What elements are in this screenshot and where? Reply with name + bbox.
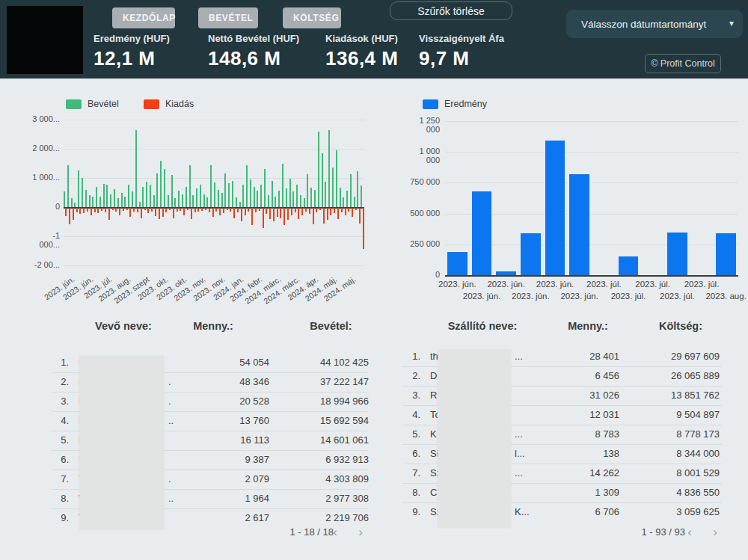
bevetel-bar[interactable] <box>114 189 115 207</box>
bevetel-bar[interactable] <box>153 195 155 207</box>
kiadas-bar[interactable] <box>173 208 174 218</box>
bevetel-bar[interactable] <box>254 187 255 207</box>
kiadas-bar[interactable] <box>187 208 188 210</box>
bevetel-bar[interactable] <box>272 181 273 207</box>
kiadas-bar[interactable] <box>159 208 160 219</box>
kiadas-bar[interactable] <box>223 208 224 213</box>
kiadas-bar[interactable] <box>241 208 242 221</box>
bevetel-bar[interactable] <box>278 191 280 207</box>
kiadas-bar[interactable] <box>334 208 335 213</box>
bevetel-bar[interactable] <box>224 173 226 207</box>
kiadas-bar[interactable] <box>197 208 199 212</box>
bevetel-bar[interactable] <box>236 197 237 207</box>
kiadas-bar[interactable] <box>177 208 178 212</box>
kiadas-bar[interactable] <box>194 208 196 212</box>
bevetel-bar[interactable] <box>117 198 119 207</box>
bevetel-bar[interactable] <box>200 185 201 207</box>
kiadas-bar[interactable] <box>212 208 214 217</box>
bevetel-bar[interactable] <box>92 197 94 207</box>
bevetel-bar[interactable] <box>103 184 105 207</box>
bevetel-bar[interactable] <box>178 191 180 207</box>
chevron-left-icon[interactable]: ‹ <box>328 525 343 540</box>
kiadas-bar[interactable] <box>230 208 231 212</box>
nav-button-koltseg[interactable]: KÖLTSÉG <box>283 7 341 28</box>
kiadas-bar[interactable] <box>337 208 339 219</box>
kiadas-bar[interactable] <box>269 208 271 219</box>
kiadas-bar[interactable] <box>327 208 328 220</box>
bevetel-bar[interactable] <box>146 182 147 207</box>
bevetel-bar[interactable] <box>71 198 73 207</box>
nav-button-kezdolap[interactable]: KEZDŐLAP <box>112 7 175 28</box>
bevetel-bar[interactable] <box>164 169 165 208</box>
bevetel-bar[interactable] <box>354 197 355 207</box>
kiadas-bar[interactable] <box>319 208 321 210</box>
kiadas-bar[interactable] <box>341 208 343 212</box>
bevetel-bar[interactable] <box>239 202 241 207</box>
kiadas-bar[interactable] <box>309 208 310 214</box>
kiadas-bar[interactable] <box>123 208 124 211</box>
kiadas-bar[interactable] <box>137 208 138 212</box>
bevetel-bar[interactable] <box>67 165 69 208</box>
kiadas-bar[interactable] <box>201 208 203 211</box>
bevetel-bar[interactable] <box>160 161 162 207</box>
bevetel-bar[interactable] <box>196 188 197 207</box>
bevetel-bar[interactable] <box>242 185 244 207</box>
bevetel-bar[interactable] <box>142 187 144 207</box>
bevetel-bar[interactable] <box>218 190 219 207</box>
bevetel-bar[interactable] <box>174 198 176 207</box>
kiadas-bar[interactable] <box>180 208 181 211</box>
kiadas-bar[interactable] <box>73 208 74 220</box>
chevron-right-icon[interactable]: › <box>353 525 368 540</box>
eredmeny-bar[interactable] <box>472 191 492 275</box>
bevetel-bar[interactable] <box>139 202 141 207</box>
bevetel-bar[interactable] <box>250 179 251 207</box>
bevetel-bar[interactable] <box>296 185 298 207</box>
kiadas-bar[interactable] <box>126 208 128 210</box>
kiadas-bar[interactable] <box>245 208 246 215</box>
eredmeny-bar[interactable] <box>545 141 565 275</box>
kiadas-bar[interactable] <box>133 208 135 212</box>
bevetel-bar[interactable] <box>99 197 101 207</box>
kiadas-bar[interactable] <box>237 208 239 212</box>
bevetel-bar[interactable] <box>310 188 312 207</box>
kiadas-bar[interactable] <box>266 208 267 214</box>
kiadas-bar[interactable] <box>141 208 142 218</box>
kiadas-bar[interactable] <box>248 208 249 212</box>
kiadas-bar[interactable] <box>94 208 96 212</box>
bevetel-bar[interactable] <box>64 191 65 207</box>
eredmeny-bar[interactable] <box>716 233 736 275</box>
legend-kiadas[interactable]: Kiadás <box>144 99 194 109</box>
kiadas-bar[interactable] <box>65 208 67 216</box>
kiadas-bar[interactable] <box>79 208 81 214</box>
bevetel-bar[interactable] <box>264 169 266 207</box>
bevetel-bar[interactable] <box>282 164 283 207</box>
bevetel-bar[interactable] <box>106 185 108 207</box>
kiadas-bar[interactable] <box>255 208 257 212</box>
eredmeny-bar[interactable] <box>521 233 541 275</box>
bevetel-bar[interactable] <box>182 194 183 207</box>
kiadas-bar[interactable] <box>263 208 264 228</box>
bevetel-bar[interactable] <box>206 197 208 207</box>
kiadas-bar[interactable] <box>101 208 102 211</box>
kiadas-bar[interactable] <box>112 208 114 210</box>
kiadas-bar[interactable] <box>363 208 364 249</box>
kiadas-bar[interactable] <box>205 208 206 210</box>
bevetel-bar[interactable] <box>314 190 316 207</box>
kiadas-bar[interactable] <box>345 208 346 215</box>
bevetel-bar[interactable] <box>150 185 151 207</box>
kiadas-bar[interactable] <box>352 208 353 217</box>
bevetel-bar[interactable] <box>171 175 173 207</box>
bevetel-bar[interactable] <box>336 150 337 207</box>
bevetel-bar[interactable] <box>260 185 262 207</box>
bevetel-bar[interactable] <box>328 130 330 207</box>
kiadas-bar[interactable] <box>162 208 164 217</box>
eredmeny-bar[interactable] <box>447 252 468 275</box>
bevetel-bar[interactable] <box>357 171 358 207</box>
kiadas-bar[interactable] <box>165 208 167 212</box>
bevetel-bar[interactable] <box>232 181 233 207</box>
kiadas-bar[interactable] <box>155 208 156 216</box>
bevetel-bar[interactable] <box>304 198 305 207</box>
bevetel-bar[interactable] <box>343 197 344 207</box>
kiadas-bar[interactable] <box>119 208 120 215</box>
bevetel-bar[interactable] <box>85 190 87 207</box>
